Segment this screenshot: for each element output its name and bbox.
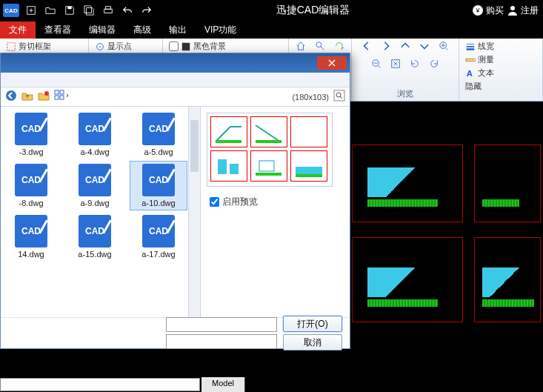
cad-file-icon: CAD <box>142 164 175 196</box>
open-button[interactable]: 打开(O) <box>283 316 342 332</box>
tab-viewer[interactable]: 查看器 <box>36 21 80 39</box>
cad-file-icon: CAD <box>79 215 111 248</box>
arrow-up-icon[interactable] <box>399 40 412 52</box>
file-item[interactable]: CAD-3.dwg <box>2 110 60 159</box>
cad-file-icon: CAD <box>15 113 47 145</box>
arrow-left-icon[interactable] <box>360 40 373 52</box>
arrow-down-icon[interactable] <box>418 40 431 52</box>
svg-rect-25 <box>216 140 241 143</box>
file-item[interactable]: CADa-5.dwg <box>130 110 187 159</box>
scrollbar[interactable] <box>188 107 200 317</box>
file-item[interactable]: CADa-17.dwg <box>130 212 187 262</box>
undo-icon[interactable] <box>120 3 135 18</box>
nav-home-icon[interactable] <box>294 40 307 52</box>
file-label: a-17.dwg <box>141 250 175 259</box>
svg-rect-1 <box>67 7 71 10</box>
arrow-right-icon[interactable] <box>379 40 393 52</box>
svg-rect-28 <box>230 164 239 174</box>
file-item[interactable]: CAD-8.dwg <box>2 161 60 210</box>
measure-button[interactable]: 测量 <box>464 53 538 66</box>
black-bg-button[interactable]: 黑色背景 <box>167 40 227 53</box>
preview-zoom-icon[interactable] <box>333 90 345 104</box>
preview-dimensions: (180x103) <box>292 93 329 102</box>
print-icon[interactable] <box>101 3 116 18</box>
enable-preview-checkbox[interactable]: 启用预览 <box>210 196 344 208</box>
nav-zoom-icon[interactable] <box>313 40 327 52</box>
file-label: a-4.dwg <box>80 147 109 156</box>
cad-file-icon: CAD <box>142 113 175 145</box>
drawing-thumb <box>352 144 463 222</box>
svg-rect-26 <box>256 140 282 143</box>
tab-file[interactable]: 文件 <box>0 21 36 39</box>
cad-file-icon: CAD <box>15 215 47 248</box>
new-icon[interactable] <box>24 3 39 18</box>
redo-icon[interactable] <box>139 3 154 18</box>
saveall-icon[interactable] <box>81 3 96 18</box>
tab-advanced[interactable]: 高级 <box>124 21 160 39</box>
rotate-left-icon[interactable] <box>408 58 422 70</box>
file-label: a-9.dwg <box>80 199 109 207</box>
register-button[interactable]: 注册 <box>507 4 539 17</box>
new-folder-icon[interactable] <box>38 90 50 104</box>
svg-rect-30 <box>296 167 322 174</box>
svg-rect-29 <box>259 161 274 171</box>
buy-button[interactable]: ¥ 购买 <box>472 4 504 17</box>
drawing-thumb <box>352 237 463 322</box>
filename-combo[interactable] <box>166 317 277 332</box>
nav-refresh-icon[interactable] <box>333 40 346 52</box>
path-bar[interactable] <box>1 73 350 87</box>
rotate-right-icon[interactable] <box>427 58 441 70</box>
preview-image <box>207 113 333 187</box>
tab-model[interactable]: Model <box>201 377 245 392</box>
back-icon[interactable] <box>5 90 17 104</box>
tab-vip[interactable]: VIP功能 <box>196 21 245 39</box>
cancel-button[interactable]: 取消 <box>283 334 342 351</box>
cut-frame-button[interactable]: 剪切框架 <box>4 40 53 53</box>
file-item[interactable]: CADa-9.dwg <box>66 161 124 210</box>
close-button[interactable] <box>317 56 347 70</box>
command-input[interactable] <box>0 378 200 391</box>
linewidth-button[interactable]: 线宽 <box>464 40 538 53</box>
buy-label: 购买 <box>486 4 504 17</box>
file-label: a-15.dwg <box>78 250 111 259</box>
file-label: 14.dwg <box>18 250 44 259</box>
display-point-button[interactable]: 显示点 <box>93 40 133 53</box>
text-button[interactable]: A文本 <box>464 67 538 79</box>
zoom-in-icon[interactable] <box>437 40 450 52</box>
svg-text:¥: ¥ <box>475 7 480 14</box>
cad-file-icon: CAD <box>142 215 175 248</box>
zoom-out-icon[interactable] <box>370 58 383 70</box>
file-item[interactable]: CAD14.dwg <box>2 212 60 262</box>
tab-output[interactable]: 输出 <box>160 21 196 39</box>
svg-rect-20 <box>60 90 64 94</box>
svg-rect-2 <box>104 9 113 13</box>
view-mode-icon[interactable] <box>54 90 69 104</box>
svg-rect-19 <box>55 90 59 94</box>
svg-point-9 <box>99 46 101 47</box>
svg-rect-31 <box>296 174 322 177</box>
file-label: a-10.dwg <box>141 199 175 207</box>
save-icon[interactable] <box>62 3 77 18</box>
hide-button[interactable]: 隐藏 <box>464 80 538 93</box>
svg-text:A: A <box>467 69 473 78</box>
up-folder-icon[interactable] <box>21 90 33 104</box>
tab-editor[interactable]: 编辑器 <box>80 21 124 39</box>
filetype-combo[interactable] <box>166 334 277 349</box>
svg-point-11 <box>316 42 322 47</box>
cad-file-icon: CAD <box>79 113 111 145</box>
app-title: 迅捷CAD编辑器 <box>154 4 472 17</box>
svg-rect-22 <box>60 96 64 99</box>
file-item[interactable]: CADa-10.dwg <box>130 161 187 210</box>
svg-point-18 <box>44 91 49 96</box>
file-item[interactable]: CADa-4.dwg <box>66 110 124 159</box>
svg-rect-21 <box>55 96 59 99</box>
svg-point-17 <box>6 90 16 101</box>
open-icon[interactable] <box>43 3 58 18</box>
file-label: -3.dwg <box>19 147 43 156</box>
file-item[interactable]: CADa-15.dwg <box>66 212 124 262</box>
file-label: -8.dwg <box>19 199 43 207</box>
cad-file-icon: CAD <box>15 164 47 196</box>
zoom-extent-icon[interactable] <box>389 58 402 70</box>
app-logo: CAD <box>3 4 19 17</box>
file-label: a-5.dwg <box>144 147 173 156</box>
